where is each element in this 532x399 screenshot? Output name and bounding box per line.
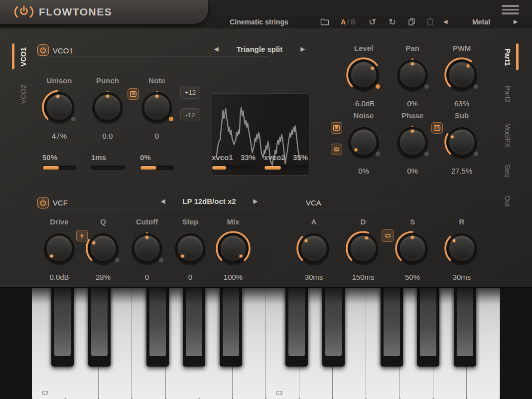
knob-phase[interactable]: Phase0% (393, 123, 432, 162)
page-tab-seq[interactable]: Seq (501, 160, 514, 182)
sub-keytrack-button[interactable] (431, 122, 443, 134)
black-key[interactable] (146, 288, 169, 367)
knob-mix[interactable]: Mix100% (214, 229, 253, 268)
knob-label: R (427, 217, 497, 226)
slider-track[interactable] (264, 166, 308, 170)
knob-drive[interactable]: Drive0.0dB (40, 229, 79, 268)
black-key[interactable] (51, 288, 74, 367)
knob-sub[interactable]: Sub27.5% (442, 123, 481, 162)
octave-label: C3 (276, 391, 282, 396)
bank-prev-button[interactable]: ◀ (443, 15, 447, 28)
octave-label: C2 (42, 391, 48, 396)
knob-step[interactable]: Step0 (171, 229, 210, 268)
mod-dot (71, 117, 76, 121)
mod-dot (424, 152, 429, 156)
redo-button[interactable]: ↻ (389, 15, 396, 28)
ab-a-label: A (341, 18, 346, 26)
note-fine-slider[interactable]: 0% (140, 153, 174, 170)
mod-dot (474, 152, 478, 156)
noise-stereo-button[interactable] (331, 144, 342, 155)
page-tab-mod-fx[interactable]: Mod/FX (501, 117, 514, 155)
sidebar-tab-vco1[interactable]: VCO1 (17, 43, 30, 71)
knob-note[interactable]: Note0 (137, 88, 176, 127)
octave-down-button[interactable]: -12 (180, 108, 200, 121)
next-wave-button[interactable]: ▶ (301, 46, 305, 52)
preset-name[interactable]: Cinematic strings (219, 15, 299, 28)
black-key[interactable] (417, 288, 439, 367)
xvco2-slider[interactable]: xvco235% (264, 153, 308, 170)
paste-button[interactable] (426, 15, 434, 28)
xfade-value: 33% (241, 153, 256, 162)
knob-label: PWM (427, 44, 497, 52)
knob-r[interactable]: R30ms (442, 229, 481, 268)
folder-icon (320, 18, 329, 26)
mod-dot (474, 84, 478, 89)
power-icon (39, 199, 47, 206)
envelope-loop-button[interactable] (382, 229, 394, 242)
next-filter-button[interactable]: ▶ (254, 198, 258, 204)
knob-level[interactable]: Level-6.0dB (344, 55, 383, 94)
page-tab-part2[interactable]: Part2 (501, 80, 514, 109)
slider-track[interactable] (42, 166, 76, 170)
black-key[interactable] (454, 288, 476, 367)
knob-q[interactable]: Q28% (84, 229, 123, 268)
slider-track[interactable] (212, 166, 256, 170)
punch-time-slider[interactable]: 1ms (91, 153, 125, 170)
black-key[interactable] (381, 288, 403, 367)
prev-filter-button[interactable]: ◀ (161, 198, 165, 204)
octave-scroll-right[interactable] (500, 288, 532, 399)
octave-scroll-left[interactable] (0, 288, 32, 399)
knob-d[interactable]: D150ms (344, 229, 383, 268)
page-tab-part1[interactable]: Part1 (501, 43, 514, 72)
knob-pan[interactable]: Pan0% (393, 55, 432, 94)
xvco1-slider[interactable]: xvco133% (212, 153, 256, 170)
bank-next-button[interactable]: ▶ (514, 15, 518, 28)
slider-track[interactable] (91, 166, 125, 170)
prev-wave-button[interactable]: ◀ (214, 46, 218, 52)
vco1-power-button[interactable] (37, 44, 49, 56)
slider-fill (43, 166, 59, 170)
black-key[interactable] (88, 288, 111, 367)
knob-cutoff[interactable]: Cutoff0 (128, 229, 166, 268)
keyboard-icon (433, 124, 441, 132)
knob-value: 0 (122, 132, 192, 140)
vcf-power-button[interactable] (37, 197, 49, 208)
ab-toggle[interactable]: A / B (341, 15, 356, 28)
bank-name[interactable]: Metal (461, 15, 501, 28)
tab-label: VCO1 (19, 47, 27, 66)
tab-label: Seq (504, 165, 512, 177)
vco1-section-title: VCO1 (53, 46, 73, 55)
menu-button[interactable] (502, 5, 519, 15)
knob-label: Mix (198, 217, 268, 226)
mod-dot (159, 258, 163, 262)
wave-name[interactable]: Triangle split (237, 45, 283, 53)
slider-track[interactable] (140, 166, 174, 170)
black-key[interactable] (220, 288, 242, 367)
unison-spread-slider[interactable]: 50% (42, 153, 76, 170)
noise-keytrack-button[interactable] (331, 122, 342, 134)
knob-noise[interactable]: Noise0% (344, 123, 383, 162)
black-key[interactable] (183, 288, 205, 367)
copy-button[interactable] (407, 15, 416, 28)
black-key-face (149, 288, 166, 356)
black-key[interactable] (285, 288, 308, 367)
knob-punch[interactable]: Punch0.0 (88, 88, 127, 127)
browse-presets-button[interactable] (320, 15, 329, 28)
octave-up-button[interactable]: +12 (180, 86, 200, 99)
logo-tab: FLOWTONES (0, 0, 208, 24)
black-key-face (457, 288, 473, 356)
knob-a[interactable]: A30ms (294, 229, 333, 268)
vcf-filter-selector: ◀ LP 12dB/oct x2 ▶ (161, 197, 258, 205)
knob-s[interactable]: S50% (393, 229, 432, 268)
knob-pwm[interactable]: PWM63% (442, 55, 481, 94)
redo-icon: ↻ (389, 17, 396, 26)
black-key-face (223, 288, 239, 356)
mod-dot (115, 258, 120, 262)
xfade-name: xvco2 (264, 153, 285, 162)
undo-button[interactable]: ↺ (369, 15, 376, 28)
knob-unison[interactable]: Unison47% (40, 88, 79, 127)
black-key[interactable] (322, 288, 345, 367)
tab-label: Mod/FX (504, 123, 512, 148)
filter-name[interactable]: LP 12dB/oct x2 (182, 197, 236, 205)
page-tab-out[interactable]: Out (501, 191, 514, 211)
